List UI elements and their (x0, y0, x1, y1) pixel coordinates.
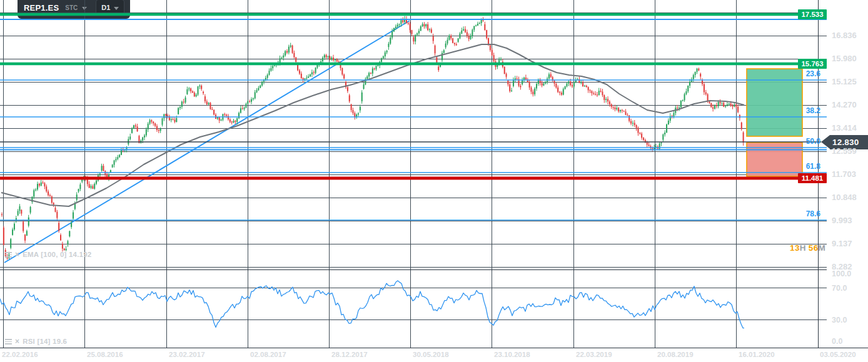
candle-body (79, 184, 81, 189)
candle-body (274, 65, 275, 66)
candle-body (616, 108, 617, 109)
candle-body (697, 69, 698, 72)
candle-body (630, 121, 632, 124)
candle-body (41, 183, 42, 186)
candle-body (411, 30, 413, 34)
candle-body (622, 110, 623, 111)
candle-body (559, 92, 560, 93)
candle-body (614, 108, 615, 109)
candle-body (584, 86, 585, 86)
candle-body (7, 256, 8, 258)
candle-body (545, 82, 546, 84)
candle-body (714, 105, 715, 109)
candle-body (28, 218, 29, 226)
candle-body (593, 93, 594, 94)
candle-body (465, 29, 466, 33)
candle-body (110, 170, 111, 172)
candle-body (687, 86, 689, 91)
candle-body (209, 103, 211, 109)
candle-body (26, 231, 28, 235)
candle-body (680, 101, 682, 108)
candle-body (737, 107, 739, 113)
candle-body (226, 115, 227, 116)
candle-body (723, 103, 724, 106)
candle-body (142, 138, 143, 141)
candle-body (44, 183, 45, 186)
candle-body (360, 107, 361, 111)
candle-body (625, 111, 627, 114)
candle-body (636, 125, 637, 128)
candle-body (493, 55, 495, 61)
candle-body (395, 27, 396, 28)
candle-body (548, 74, 550, 79)
candle-body (433, 36, 434, 41)
candle-body (431, 29, 432, 33)
candle-body (89, 184, 90, 188)
candle-body (484, 24, 485, 30)
candle-body (5, 250, 6, 256)
candle-body (436, 58, 437, 63)
trading-chart-window: REP1.ES STC D1 12.830 13H 56M × EMA [100… (0, 0, 868, 362)
candle-body (190, 88, 191, 91)
candle-body (103, 166, 104, 171)
candle-body (673, 113, 674, 117)
candle-body (343, 74, 345, 78)
candle-body (679, 108, 680, 108)
candle-body (352, 110, 353, 113)
candle-body (131, 129, 133, 133)
candle-body (490, 45, 491, 50)
candle-body (133, 125, 134, 128)
candle-body (167, 116, 168, 116)
candle-body (664, 133, 665, 134)
candle-body (735, 104, 737, 106)
candle-body (92, 186, 93, 189)
candle-body (377, 65, 378, 66)
candle-body (463, 29, 464, 31)
candle-body (162, 118, 163, 124)
candle-body (611, 104, 612, 107)
candle-body (185, 98, 186, 103)
candle-body (391, 31, 393, 38)
supply-zone-green[interactable] (747, 69, 802, 136)
candle-body (643, 138, 644, 139)
candle-body (734, 104, 735, 106)
candle-body (477, 24, 478, 26)
candle-body (580, 83, 582, 83)
candle-body (684, 94, 685, 101)
candle-body (543, 83, 544, 85)
candle-body (333, 58, 334, 60)
candle-body (179, 107, 181, 108)
candle-body (30, 207, 31, 213)
candle-body (224, 114, 225, 114)
candle-body (94, 184, 95, 189)
candle-body (174, 119, 175, 121)
candle-body (361, 93, 363, 101)
candle-body (590, 90, 591, 91)
candle-body (256, 90, 258, 92)
candle-body (163, 114, 164, 119)
candle-body (600, 91, 602, 91)
candle-body (211, 109, 213, 110)
candle-body (56, 212, 58, 218)
candle-body (303, 78, 304, 79)
candle-body (492, 50, 493, 55)
candle-body (573, 82, 575, 86)
candle-body (198, 86, 199, 94)
candle-body (435, 46, 436, 53)
candle-body (261, 81, 263, 85)
candle-body (231, 122, 233, 123)
candle-body (685, 91, 687, 94)
candle-body (588, 87, 589, 90)
candle-body (19, 206, 21, 211)
candle-body (448, 36, 450, 39)
chart-canvas[interactable] (0, 0, 868, 362)
candle-body (121, 150, 122, 155)
candle-body (705, 92, 707, 94)
candle-body (525, 78, 527, 79)
candle-body (305, 78, 306, 79)
candle-body (702, 80, 703, 84)
candle-body (634, 123, 635, 125)
candle-body (12, 229, 13, 235)
candle-body (443, 50, 445, 53)
candle-body (597, 94, 598, 95)
